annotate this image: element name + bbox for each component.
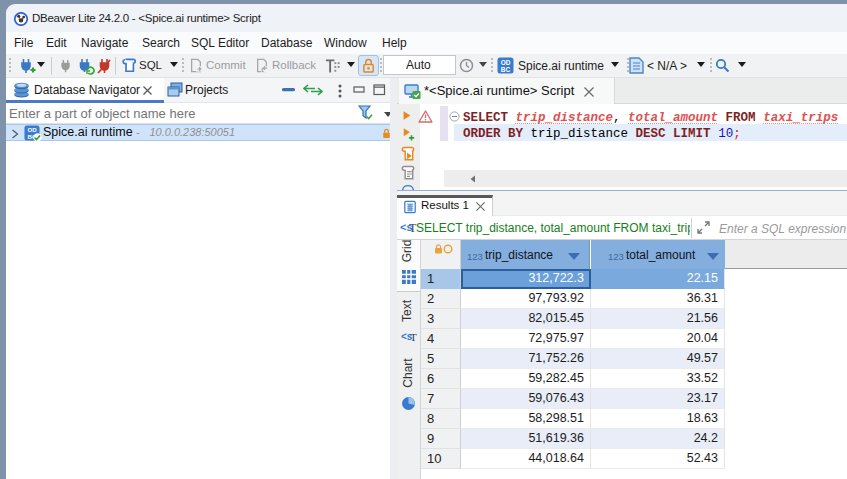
svg-text:OD: OD <box>501 59 511 66</box>
svg-text:T: T <box>410 331 417 343</box>
svg-text:BC: BC <box>501 66 511 73</box>
